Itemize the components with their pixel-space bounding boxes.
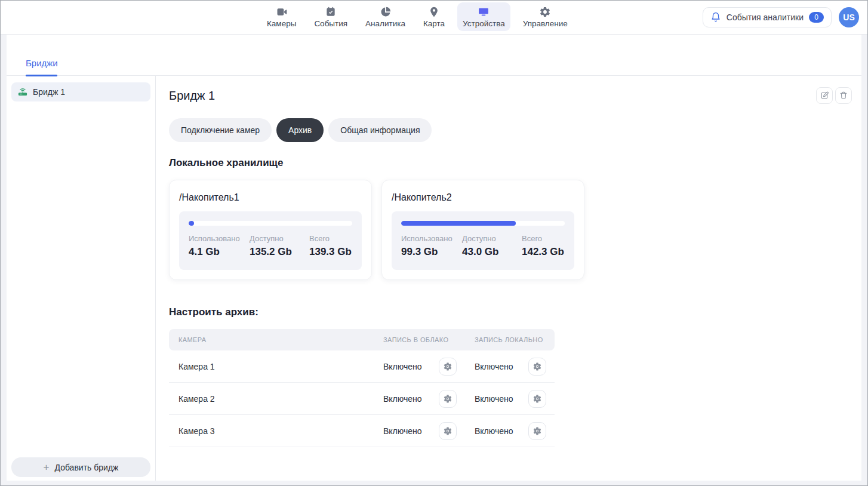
top-bar: Камеры События Аналитика Карта Устройств… [1, 1, 867, 35]
stat-used-label: Использовано [189, 234, 250, 243]
cloud-recording-settings-button[interactable] [439, 422, 457, 440]
chip-camera-connection[interactable]: Подключение камер [169, 118, 272, 142]
trash-icon [839, 91, 848, 100]
gear-icon [533, 394, 542, 404]
stat-available-value: 135.2 Gb [250, 246, 309, 258]
bridge-tabs: Подключение камер Архив Общая информация [169, 118, 852, 142]
stat-used: Использовано 99.3 Gb [401, 234, 462, 258]
configure-archive-heading: Настроить архив: [169, 306, 852, 318]
nav-label-map: Карта [423, 19, 445, 28]
nav-item-analytics[interactable]: Аналитика [360, 2, 411, 31]
drive-progress-fill [189, 221, 194, 226]
events-count-badge: 0 [809, 12, 824, 23]
tab-active-indicator [26, 75, 57, 76]
main-navigation: Камеры События Аналитика Карта Устройств… [261, 2, 573, 31]
edit-bridge-button[interactable] [816, 87, 833, 104]
gear-icon [443, 426, 453, 436]
gear-icon [533, 362, 542, 371]
nav-item-cameras[interactable]: Камеры [261, 2, 301, 31]
nav-item-management[interactable]: Управление [518, 2, 573, 31]
storage-card-drive-1: /Накопитель1 Использовано 4.1 Gb [169, 180, 372, 280]
edit-icon [820, 91, 829, 100]
nav-label-analytics: Аналитика [365, 19, 405, 28]
column-cloud-recording: ЗАПИСЬ В ОБЛАКО [374, 336, 465, 343]
camera-name: Камера 3 [169, 426, 374, 436]
nav-item-events[interactable]: События [309, 2, 353, 31]
page-title: Бридж 1 [169, 87, 215, 103]
drive-progress-track [401, 221, 565, 226]
analytics-events-button[interactable]: События аналитики 0 [703, 7, 832, 27]
bridges-sidebar: Бридж 1 + Добавить бридж [7, 76, 156, 481]
section-tabs-row: Бриджи [7, 35, 861, 76]
stat-used-label: Использовано [401, 234, 462, 243]
tab-bridges[interactable]: Бриджи [26, 58, 58, 68]
plus-icon: + [44, 462, 50, 472]
table-row-camera-3: Камера 3 Включено Включено [169, 415, 555, 447]
cloud-recording-settings-button[interactable] [439, 358, 457, 376]
local-recording-status: Включено [475, 394, 513, 404]
chip-archive[interactable]: Архив [276, 118, 324, 142]
drive-name: /Накопитель1 [179, 192, 362, 203]
map-pin-icon [428, 6, 440, 18]
table-row-camera-1: Камера 1 Включено Включено [169, 350, 555, 383]
gear-icon [539, 6, 551, 18]
camera-icon [276, 6, 288, 18]
nav-item-map[interactable]: Карта [418, 2, 450, 31]
stat-available-label: Доступно [462, 234, 522, 243]
bell-icon [710, 12, 721, 23]
stat-used-value: 99.3 Gb [401, 246, 462, 258]
content-panel: Бриджи Бридж 1 + Добавить бридж [7, 35, 861, 481]
bridge-detail: Бридж 1 [156, 76, 861, 481]
drive-usage-panel: Использовано 4.1 Gb Доступно 135.2 Gb Вс… [179, 211, 362, 270]
sidebar-item-bridge-1[interactable]: Бридж 1 [11, 82, 150, 101]
sidebar-spacer [11, 101, 150, 457]
cloud-recording-status: Включено [383, 426, 422, 436]
stat-available: Доступно 135.2 Gb [250, 234, 309, 258]
local-storage-heading: Локальное хранилище [169, 157, 852, 169]
gear-icon [443, 394, 453, 404]
column-local-recording: ЗАПИСЬ ЛОКАЛЬНО [465, 336, 555, 343]
nav-label-management: Управление [523, 19, 568, 28]
cloud-recording-settings-button[interactable] [439, 390, 457, 408]
local-recording-settings-button[interactable] [528, 390, 546, 408]
analytics-icon [380, 6, 392, 18]
cloud-recording-status: Включено [383, 394, 422, 404]
chip-general-info[interactable]: Общая информация [328, 118, 432, 142]
storage-card-drive-2: /Накопитель2 Использовано 99.3 Gb [381, 180, 584, 280]
drive-progress-fill [401, 221, 516, 226]
sidebar-item-label: Бридж 1 [33, 87, 65, 97]
stat-used-value: 4.1 Gb [189, 246, 250, 258]
analytics-events-label: События аналитики [727, 13, 804, 22]
stat-available-value: 43.0 Gb [462, 246, 522, 258]
user-avatar[interactable]: US [839, 7, 859, 27]
stat-total-value: 142.3 Gb [522, 246, 564, 258]
gear-icon [443, 362, 453, 371]
local-recording-settings-button[interactable] [528, 358, 546, 376]
nav-item-devices[interactable]: Устройства [457, 2, 510, 31]
title-actions [816, 87, 852, 104]
local-recording-status: Включено [475, 426, 513, 436]
nav-label-devices: Устройства [463, 19, 505, 28]
page-background: Бриджи Бридж 1 + Добавить бридж [1, 35, 867, 485]
add-bridge-button[interactable]: + Добавить бридж [11, 457, 150, 477]
stat-total-value: 139.3 Gb [309, 246, 352, 258]
cloud-recording-status: Включено [383, 362, 422, 371]
drive-name: /Накопитель2 [392, 192, 574, 203]
devices-icon [478, 6, 490, 18]
stat-total: Всего 139.3 Gb [309, 234, 352, 258]
nav-label-events: События [314, 19, 347, 28]
stat-total: Всего 142.3 Gb [522, 234, 564, 258]
delete-bridge-button[interactable] [835, 87, 852, 104]
bridge-router-icon [17, 87, 28, 97]
local-recording-settings-button[interactable] [528, 422, 546, 440]
nav-label-cameras: Камеры [267, 19, 296, 28]
camera-name: Камера 1 [169, 362, 374, 371]
stat-total-label: Всего [309, 234, 352, 243]
stat-available-label: Доступно [250, 234, 309, 243]
drive-progress-track [189, 221, 352, 226]
events-icon [325, 6, 337, 18]
topbar-right: События аналитики 0 US [703, 7, 859, 27]
storage-cards: /Накопитель1 Использовано 4.1 Gb [169, 180, 852, 280]
stat-total-label: Всего [522, 234, 564, 243]
camera-name: Камера 2 [169, 394, 374, 404]
